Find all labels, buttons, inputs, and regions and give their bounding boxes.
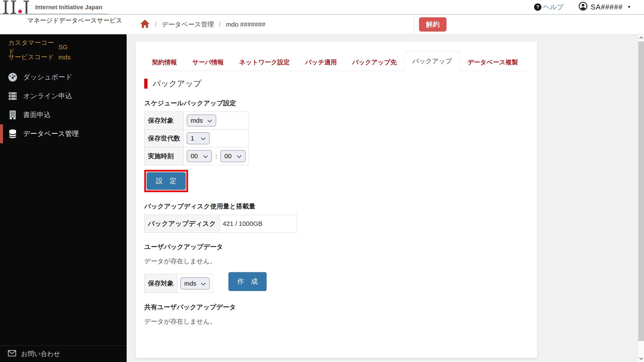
chevron-down-icon (207, 117, 212, 124)
user-menu[interactable]: SA##### ▼ (578, 2, 632, 12)
service-code-label: サービスコード (8, 53, 58, 61)
top-bar-right: ? ヘルプ SA##### ▼ (534, 0, 644, 14)
scroll-up-button[interactable] (638, 34, 644, 41)
sidebar-item-label: オンライン申込 (23, 91, 72, 101)
user-backup-target-value: mds (184, 280, 196, 287)
gauge-icon (8, 72, 18, 82)
sidebar-item-online-application[interactable]: オンライン申込 (0, 87, 127, 105)
chevron-down-icon (201, 135, 206, 142)
generations-label: 保存世代数 (144, 129, 184, 147)
user-icon (578, 2, 588, 12)
save-target-value: mds (190, 117, 203, 124)
page-title-row: バックアップ (144, 78, 528, 89)
customer-code-value: SG (58, 43, 68, 51)
tab-database-replication[interactable]: データベース複製 (460, 54, 526, 71)
database-icon (8, 129, 18, 139)
user-backup-target-table: 保存対象 mds (144, 274, 213, 293)
sidebar-item-dashboard[interactable]: ダッシュボード (0, 68, 127, 87)
shared-backup-section-heading: 共有ユーザバックアップデータ (144, 303, 528, 312)
iij-logo-mark: IIJ (2, 0, 30, 14)
tab-network-settings[interactable]: ネットワーク設定 (232, 54, 297, 71)
save-target-label: 保存対象 (144, 112, 184, 129)
iij-logo-right: J (22, 1, 30, 14)
tab-server-info[interactable]: サーバ情報 (184, 54, 232, 71)
chevron-down-icon (201, 280, 206, 287)
tab-bar: 契約情報 サーバ情報 ネットワーク設定 パッチ適用 バックアップ先 バックアップ… (144, 52, 528, 71)
main-content: 契約情報 サーバ情報 ネットワーク設定 パッチ適用 バックアップ先 バックアップ… (127, 34, 644, 362)
user-backup-section-heading: ユーザバックアップデータ (144, 243, 528, 251)
page-title: バックアップ (153, 78, 201, 89)
detail-card: 契約情報 サーバ情報 ネットワーク設定 パッチ適用 バックアップ先 バックアップ… (136, 41, 537, 358)
sidebar-item-label: 書面申込 (23, 110, 51, 120)
table-row: 保存対象 mds (144, 112, 249, 129)
vertical-scrollbar[interactable] (638, 34, 644, 362)
create-button[interactable]: 作 成 (228, 272, 266, 291)
backup-disk-label: バックアップディスク (144, 215, 220, 233)
sidebar-item-paper-application[interactable]: 書面申込 (0, 105, 127, 124)
user-backup-empty-message: データが存在しません。 (144, 257, 528, 266)
table-row: 実施時刻 00 : 00 (144, 147, 249, 165)
action-highlight-box: 設 定 (144, 170, 188, 192)
sidebar-codes: カスタマーコード SG サービスコード mds (0, 34, 127, 62)
service-code-value: mds (58, 54, 71, 61)
sidebar-item-contact[interactable]: お問い合わせ (0, 346, 127, 362)
service-name: マネージドデータベースサービス (27, 16, 122, 25)
table-row: 保存対象 mds (144, 274, 213, 293)
table-row: 保存世代数 1 (144, 129, 249, 147)
table-row: バックアップディスク 421 / 1000GB (144, 215, 297, 233)
username: SA##### (590, 3, 623, 11)
generations-select[interactable]: 1 (187, 132, 210, 144)
app-window: IIJ Internet Initiative Japan ? ヘルプ SA##… (0, 0, 644, 362)
logo-underline (0, 14, 108, 14)
tab-patch-apply[interactable]: パッチ適用 (298, 54, 344, 71)
cancel-contract-button[interactable]: 解約 (419, 17, 446, 31)
title-accent-bar (144, 79, 148, 89)
chevron-down-icon (236, 152, 242, 160)
sidebar-menu: ダッシュボード オンライン申込 書面申込 データベース管理 (0, 68, 127, 143)
schedule-settings-table: 保存対象 mds 保存世代数 1 (144, 111, 249, 165)
save-target-cell: mds (184, 112, 249, 129)
top-bar: IIJ Internet Initiative Japan ? ヘルプ SA##… (0, 0, 644, 14)
minute-value: 00 (224, 152, 232, 160)
tab-backup[interactable]: バックアップ (404, 51, 460, 71)
set-button[interactable]: 設 定 (146, 172, 186, 190)
minute-select[interactable]: 00 (220, 150, 246, 162)
sidebar-item-database-management[interactable]: データベース管理 (0, 124, 127, 143)
breadcrumb-item-current: mdo ####### (226, 21, 265, 28)
breadcrumb: / データベース管理 / mdo ####### (140, 14, 265, 34)
help-link[interactable]: ? ヘルプ (534, 2, 564, 11)
save-target-select[interactable]: mds (187, 114, 216, 126)
user-backup-target-label: 保存対象 (144, 274, 177, 293)
generations-cell: 1 (184, 129, 249, 147)
user-backup-target-select[interactable]: mds (180, 278, 210, 290)
help-label: ヘルプ (543, 2, 564, 11)
scrollbar-thumb[interactable] (638, 41, 644, 341)
company-name: Internet Initiative Japan (30, 4, 102, 14)
time-separator: : (215, 152, 217, 160)
schedule-section-heading: スケジュールバックアップ設定 (144, 99, 528, 108)
iij-logo-left: II (2, 1, 18, 14)
hour-select[interactable]: 00 (187, 150, 212, 162)
active-item-indicator (0, 124, 3, 143)
tab-contract-info[interactable]: 契約情報 (144, 54, 184, 71)
execution-time-controls: 00 : 00 (187, 150, 246, 162)
backup-disk-table: バックアップディスク 421 / 1000GB (144, 215, 297, 233)
tab-backup-destination[interactable]: バックアップ先 (344, 54, 404, 71)
breadcrumb-separator: / (155, 21, 157, 28)
chevron-down-icon (203, 152, 208, 160)
execution-time-cell: 00 : 00 (184, 147, 249, 165)
sidebar: カスタマーコード SG サービスコード mds ダッシュボード オンライン申込 (0, 34, 127, 362)
sidebar-item-label: ダッシュボード (23, 72, 72, 82)
sidebar-item-label: データベース管理 (23, 129, 79, 139)
breadcrumb-item-database-management[interactable]: データベース管理 (162, 20, 214, 29)
question-icon: ? (534, 3, 542, 11)
sub-header: マネージドデータベースサービス / データベース管理 / mdo #######… (0, 14, 644, 34)
shared-backup-empty-message: データが存在しません。 (144, 317, 528, 326)
disk-section-heading: バックアップディスク使用量と搭載量 (144, 202, 528, 211)
home-icon[interactable] (140, 19, 150, 30)
building-icon (8, 110, 18, 120)
breadcrumb-separator: / (219, 21, 221, 28)
envelope-icon (8, 350, 16, 358)
customer-code-row: カスタマーコード SG (8, 42, 127, 52)
scroll-down-button[interactable] (638, 356, 644, 362)
